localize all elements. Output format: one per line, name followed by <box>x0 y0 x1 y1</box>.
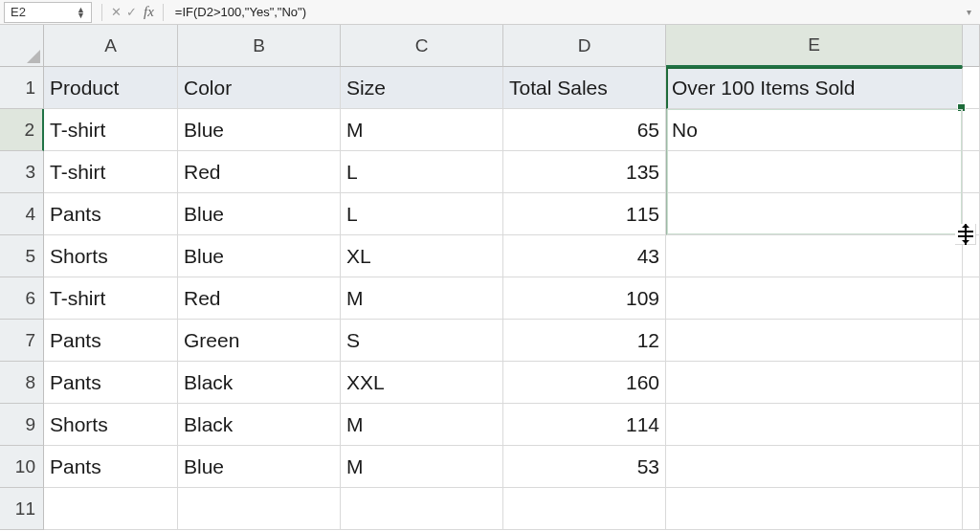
row-header-4[interactable]: 4 <box>0 193 44 235</box>
formula-bar-expand-icon[interactable]: ▾ <box>961 7 976 17</box>
fx-icon[interactable]: fx <box>144 4 154 20</box>
cell-blank[interactable] <box>963 362 980 404</box>
name-box-value: E2 <box>11 5 26 19</box>
cell-blank[interactable] <box>963 320 980 362</box>
cell-B10[interactable]: Blue <box>178 446 341 488</box>
cell-B5[interactable]: Blue <box>178 235 341 277</box>
cell-B11[interactable] <box>178 488 341 530</box>
cell-A11[interactable] <box>44 488 178 530</box>
cell-A7[interactable]: Pants <box>44 320 178 362</box>
row-header-5[interactable]: 5 <box>0 235 44 277</box>
cell-A3[interactable]: T-shirt <box>44 151 178 193</box>
cell-D2[interactable]: 65 <box>503 109 666 151</box>
worksheet-grid[interactable]: A B C D E 1 Product Color Size Total Sal… <box>0 25 980 530</box>
cell-E5[interactable] <box>666 235 963 277</box>
cell-C8[interactable]: XXL <box>341 362 503 404</box>
cell-D5[interactable]: 43 <box>503 235 666 277</box>
row-header-2[interactable]: 2 <box>0 109 44 151</box>
cell-C6[interactable]: M <box>341 277 503 320</box>
col-header-E[interactable]: E <box>666 25 963 67</box>
cell-E8[interactable] <box>666 362 963 404</box>
cell-D6[interactable]: 109 <box>503 277 666 320</box>
cell-A1[interactable]: Product <box>44 67 178 109</box>
cell-blank[interactable] <box>963 404 980 446</box>
col-header-A[interactable]: A <box>44 25 178 67</box>
cell-blank[interactable] <box>963 235 980 277</box>
name-box[interactable]: E2 ▲▼ <box>4 2 92 23</box>
cell-A8[interactable]: Pants <box>44 362 178 404</box>
cell-B9[interactable]: Black <box>178 404 341 446</box>
cell-C1[interactable]: Size <box>341 67 503 109</box>
row-header-8[interactable]: 8 <box>0 362 44 404</box>
cell-A2[interactable]: T-shirt <box>44 109 178 151</box>
cell-B3[interactable]: Red <box>178 151 341 193</box>
cell-E3[interactable] <box>666 151 963 193</box>
cell-blank[interactable] <box>963 109 980 151</box>
separator <box>101 4 102 21</box>
col-header-C[interactable]: C <box>341 25 503 67</box>
cell-blank[interactable] <box>963 151 980 193</box>
cell-D4[interactable]: 115 <box>503 193 666 235</box>
cell-A4[interactable]: Pants <box>44 193 178 235</box>
cell-E10[interactable] <box>666 446 963 488</box>
cell-C5[interactable]: XL <box>341 235 503 277</box>
cell-E1[interactable]: Over 100 Items Sold <box>666 67 963 109</box>
cell-D8[interactable]: 160 <box>503 362 666 404</box>
row-header-9[interactable]: 9 <box>0 404 44 446</box>
select-all-triangle[interactable] <box>0 25 44 67</box>
cell-E7[interactable] <box>666 320 963 362</box>
cell-B7[interactable]: Green <box>178 320 341 362</box>
cell-A6[interactable]: T-shirt <box>44 277 178 320</box>
cell-C7[interactable]: S <box>341 320 503 362</box>
cell-E11[interactable] <box>666 488 963 530</box>
cell-blank[interactable] <box>963 193 980 235</box>
cell-E6[interactable] <box>666 277 963 320</box>
cell-blank[interactable] <box>963 488 980 530</box>
name-box-stepper[interactable]: ▲▼ <box>77 7 85 18</box>
cell-C3[interactable]: L <box>341 151 503 193</box>
cell-B2[interactable]: Blue <box>178 109 341 151</box>
accept-icon[interactable]: ✓ <box>123 5 139 19</box>
cell-A5[interactable]: Shorts <box>44 235 178 277</box>
cell-C10[interactable]: M <box>341 446 503 488</box>
cell-E4[interactable] <box>666 193 963 235</box>
cell-D11[interactable] <box>503 488 666 530</box>
cell-D1[interactable]: Total Sales <box>503 67 666 109</box>
cell-C9[interactable]: M <box>341 404 503 446</box>
cell-C11[interactable] <box>341 488 503 530</box>
cell-D10[interactable]: 53 <box>503 446 666 488</box>
cell-E9[interactable] <box>666 404 963 446</box>
row-header-1[interactable]: 1 <box>0 67 44 109</box>
cell-A10[interactable]: Pants <box>44 446 178 488</box>
cancel-icon[interactable]: ✕ <box>108 5 123 19</box>
cell-C4[interactable]: L <box>341 193 503 235</box>
cell-B4[interactable]: Blue <box>178 193 341 235</box>
cell-blank[interactable] <box>963 67 980 109</box>
cell-D7[interactable]: 12 <box>503 320 666 362</box>
separator <box>163 4 164 21</box>
cell-D3[interactable]: 135 <box>503 151 666 193</box>
col-header-B[interactable]: B <box>178 25 341 67</box>
cell-blank[interactable] <box>963 277 980 320</box>
cell-E2[interactable]: No <box>666 109 963 151</box>
col-header-D[interactable]: D <box>503 25 666 67</box>
formula-bar: E2 ▲▼ ✕ ✓ fx =IF(D2>100,"Yes","No") ▾ <box>0 0 980 25</box>
cell-D9[interactable]: 114 <box>503 404 666 446</box>
cell-B1[interactable]: Color <box>178 67 341 109</box>
row-header-6[interactable]: 6 <box>0 277 44 320</box>
row-header-7[interactable]: 7 <box>0 320 44 362</box>
row-header-10[interactable]: 10 <box>0 446 44 488</box>
col-header-spacer <box>963 25 980 67</box>
cell-B6[interactable]: Red <box>178 277 341 320</box>
row-header-3[interactable]: 3 <box>0 151 44 193</box>
cell-blank[interactable] <box>963 446 980 488</box>
formula-input[interactable]: =IF(D2>100,"Yes","No") <box>169 5 961 19</box>
cell-B8[interactable]: Black <box>178 362 341 404</box>
row-header-11[interactable]: 11 <box>0 488 44 530</box>
cell-C2[interactable]: M <box>341 109 503 151</box>
cell-A9[interactable]: Shorts <box>44 404 178 446</box>
